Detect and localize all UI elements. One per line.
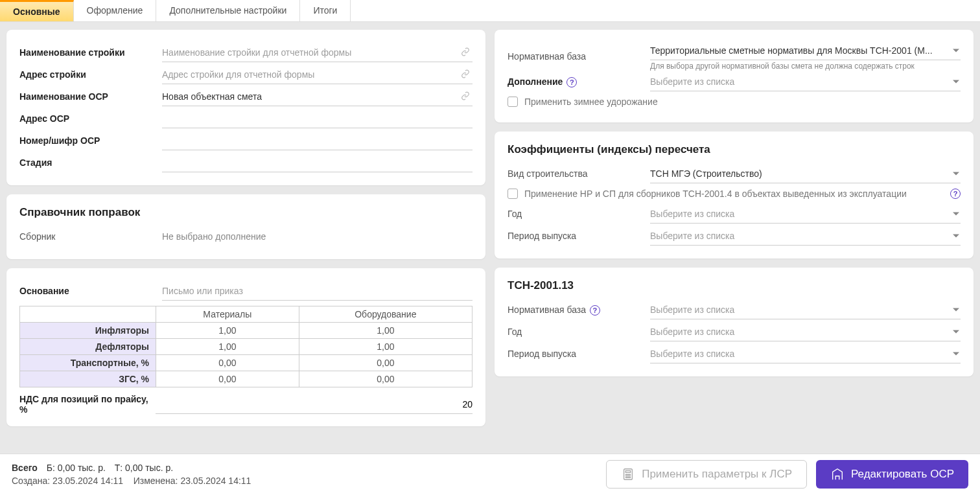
- cell-value[interactable]: 0,00: [156, 355, 299, 371]
- construction-addr-input[interactable]: [162, 65, 472, 84]
- tabs: Основные Оформление Дополнительные настр…: [0, 0, 980, 22]
- year-label: Год: [508, 209, 650, 219]
- modified-label: Изменена:: [134, 476, 178, 486]
- edit-osr-button[interactable]: Редактировать ОСР: [816, 460, 968, 489]
- svg-point-5: [626, 476, 627, 478]
- period-label: Период выпуска: [508, 231, 650, 241]
- table-row: Дефляторы 1,00 1,00: [20, 339, 472, 355]
- created-label: Создана:: [12, 476, 50, 486]
- tab-totals[interactable]: Итоги: [300, 0, 351, 21]
- cell-value[interactable]: 1,00: [156, 323, 299, 339]
- chevron-down-icon: [953, 330, 959, 333]
- basis-input[interactable]: [162, 282, 472, 301]
- card-norm-base: Нормативная база Территориальные сметные…: [495, 30, 974, 122]
- corrections-title: Справочник поправок: [19, 206, 472, 219]
- created-value: 23.05.2024 14:11: [52, 476, 123, 486]
- addition-select[interactable]: Выберите из списка: [650, 73, 961, 91]
- constr-type-select[interactable]: ТСН МГЭ (Строительство): [650, 165, 961, 183]
- tab-main[interactable]: Основные: [0, 0, 74, 21]
- card-basis: Основание Материалы Оборудование Инфлято…: [6, 268, 485, 426]
- svg-point-4: [629, 474, 631, 476]
- nr-sp-label: Применение НР и СП для сборников ТСН-200…: [524, 189, 940, 199]
- tsn-title: ТСН-2001.13: [508, 279, 961, 292]
- cell-value[interactable]: 1,00: [156, 339, 299, 355]
- period-select[interactable]: Выберите из списка: [650, 227, 961, 246]
- factors-table: Материалы Оборудование Инфляторы 1,00 1,…: [19, 306, 472, 387]
- table-header-materials: Материалы: [156, 306, 299, 323]
- cell-value[interactable]: 1,00: [299, 339, 472, 355]
- card-coefficients: Коэффициенты (индексы) пересчета Вид стр…: [495, 132, 974, 259]
- coefficients-title: Коэффициенты (индексы) пересчета: [508, 143, 961, 156]
- total-t: Т: 0,00 тыс. р.: [115, 463, 173, 473]
- table-row: ЗГС, % 0,00 0,00: [20, 371, 472, 387]
- chevron-down-icon: [953, 352, 959, 355]
- norm-base-select[interactable]: Территориальные сметные нормативы для Мо…: [650, 41, 961, 60]
- construction-addr-label: Адрес стройки: [19, 69, 162, 80]
- nds-input[interactable]: [156, 395, 472, 414]
- norm-base-hint: Для выбора другой нормативной базы смета…: [650, 62, 961, 71]
- total-label: Всего: [12, 463, 38, 473]
- chevron-down-icon: [953, 49, 959, 52]
- osr-code-input[interactable]: [162, 132, 472, 150]
- construction-name-input[interactable]: [162, 43, 472, 62]
- calculator-icon: [621, 467, 635, 481]
- svg-point-7: [629, 476, 631, 478]
- building-icon: [830, 467, 845, 481]
- chevron-down-icon: [953, 172, 959, 175]
- apply-params-button[interactable]: Применить параметры к ЛСР: [606, 460, 807, 489]
- tab-design[interactable]: Оформление: [74, 0, 157, 21]
- tsn-norm-label: Нормативная база?: [508, 305, 650, 316]
- card-tsn: ТСН-2001.13 Нормативная база? Выберите и…: [495, 268, 974, 376]
- osr-addr-label: Адрес ОСР: [19, 113, 162, 124]
- tsn-year-select[interactable]: Выберите из списка: [650, 323, 961, 341]
- help-icon[interactable]: ?: [950, 189, 961, 199]
- card-corrections: Справочник поправок Сборник Не выбрано д…: [6, 194, 485, 259]
- help-icon[interactable]: ?: [590, 305, 600, 316]
- link-icon[interactable]: [461, 69, 470, 80]
- svg-point-6: [627, 476, 629, 478]
- cell-value[interactable]: 0,00: [299, 355, 472, 371]
- cell-value[interactable]: 0,00: [299, 371, 472, 387]
- collection-value: Не выбрано дополнение: [162, 231, 266, 242]
- norm-base-label: Нормативная база: [508, 51, 650, 62]
- osr-name-input[interactable]: [162, 87, 472, 106]
- osr-name-label: Наименование ОСР: [19, 91, 162, 102]
- card-general: Наименование стройки Адрес стройки: [6, 30, 485, 185]
- link-icon[interactable]: [461, 47, 470, 58]
- year-select[interactable]: Выберите из списка: [650, 205, 961, 224]
- tsn-year-label: Год: [508, 327, 650, 337]
- chevron-down-icon: [953, 212, 959, 215]
- table-row: Инфляторы 1,00 1,00: [20, 323, 472, 339]
- tsn-period-select[interactable]: Выберите из списка: [650, 345, 961, 363]
- constr-type-label: Вид строительства: [508, 168, 650, 179]
- table-header-name: [20, 306, 156, 323]
- table-row: Транспортные, % 0,00 0,00: [20, 355, 472, 371]
- table-header-equipment: Оборудование: [299, 306, 472, 323]
- total-b: Б: 0,00 тыс. р.: [47, 463, 106, 473]
- chevron-down-icon: [953, 80, 959, 83]
- basis-label: Основание: [19, 286, 162, 296]
- link-icon[interactable]: [461, 91, 470, 102]
- tab-extra[interactable]: Дополнительные настройки: [156, 0, 300, 21]
- footer: Всего Б: 0,00 тыс. р. Т: 0,00 тыс. р. Со…: [0, 454, 980, 495]
- winter-label: Применить зимнее удорожание: [524, 97, 961, 107]
- modified-value: 23.05.2024 14:11: [180, 476, 251, 486]
- nds-label: НДС для позиций по прайсу, %: [19, 394, 156, 415]
- help-icon[interactable]: ?: [566, 77, 577, 87]
- stage-input[interactable]: [162, 154, 472, 172]
- svg-point-3: [627, 474, 629, 476]
- collection-label: Сборник: [19, 231, 162, 242]
- tsn-norm-select[interactable]: Выберите из списка: [650, 301, 961, 319]
- cell-value[interactable]: 1,00: [299, 323, 472, 339]
- svg-point-2: [626, 474, 627, 476]
- chevron-down-icon: [953, 308, 959, 311]
- svg-rect-1: [626, 470, 631, 472]
- cell-value[interactable]: 0,00: [156, 371, 299, 387]
- construction-name-label: Наименование стройки: [19, 47, 162, 58]
- winter-checkbox[interactable]: [508, 97, 518, 107]
- osr-addr-input[interactable]: [162, 109, 472, 128]
- addition-label: Дополнение?: [508, 76, 650, 87]
- nr-sp-checkbox[interactable]: [508, 189, 518, 199]
- osr-code-label: Номер/шифр ОСР: [19, 135, 162, 146]
- tsn-period-label: Период выпуска: [508, 349, 650, 359]
